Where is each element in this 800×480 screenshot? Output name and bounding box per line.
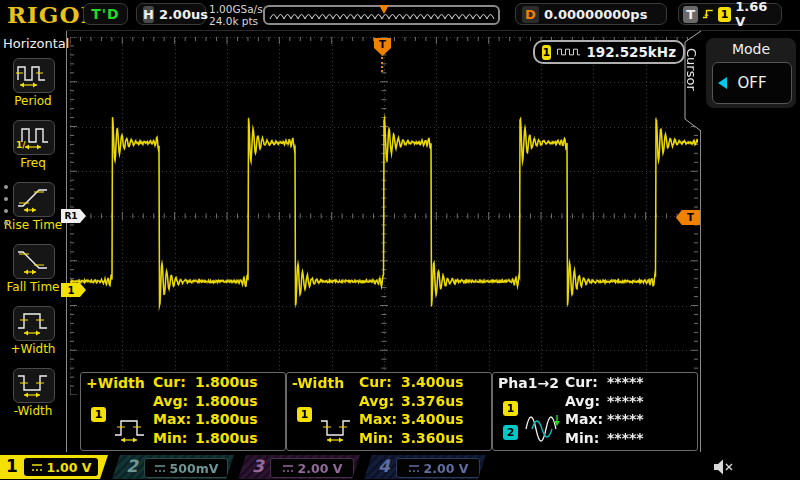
- measurement-label: +Width: [86, 375, 145, 391]
- channel-1-badge: 1: [91, 407, 106, 422]
- period-icon: [13, 58, 55, 93]
- horizontal-label: H: [143, 6, 154, 23]
- sidebar-item-label: Rise Time: [0, 218, 66, 232]
- sidebar-item-nwidth[interactable]: -Width: [0, 368, 66, 426]
- channel-3-block[interactable]: 3 2.00 V: [238, 455, 360, 479]
- measurement-label: -Width: [292, 375, 344, 391]
- measurement-label: Pha1→2: [498, 375, 559, 391]
- phase-icon: [523, 407, 563, 443]
- trigger-label: T: [683, 6, 698, 23]
- channel-status-bar: 1 1.00 V 2 500mV 3: [0, 455, 800, 480]
- menu-page-dot: [4, 185, 8, 189]
- timebase-badge[interactable]: H 2.00us: [136, 3, 206, 25]
- sidebar-item-pwidth[interactable]: +Width: [0, 306, 66, 364]
- rise-time-icon: [13, 182, 55, 217]
- memory-position-bar[interactable]: [263, 5, 500, 25]
- menu-page-dot: [4, 209, 8, 213]
- memory-depth-label: 24.0k pts: [209, 15, 263, 27]
- waveform-canvas: [70, 37, 698, 395]
- mode-off-button[interactable]: OFF: [712, 62, 792, 104]
- channel-2-scale: 500mV: [170, 461, 219, 476]
- top-status-bar: RIGOL T'D H 2.00us 1.00GSa/s 24.0k pts D…: [0, 0, 800, 31]
- channel-number: 4: [378, 456, 390, 476]
- oscilloscope-screen: RIGOL T'D H 2.00us 1.00GSa/s 24.0k pts D…: [0, 0, 800, 480]
- freq-counter-value: 192.525kHz: [586, 44, 676, 60]
- mode-title: Mode: [706, 38, 796, 57]
- channel-1-scale: 1.00 V: [47, 460, 92, 475]
- delay-value: 0.00000000ps: [544, 7, 647, 22]
- fall-time-icon: [13, 244, 55, 279]
- left-arrow-icon: [718, 77, 727, 89]
- sidebar-item-period[interactable]: Period: [0, 58, 66, 116]
- channel-number: 2: [126, 456, 138, 476]
- sidebar-divider: [66, 31, 67, 452]
- channel-number: 1: [6, 456, 18, 476]
- channel-1-badge: 1: [542, 45, 551, 60]
- svg-text:1/: 1/: [16, 140, 26, 150]
- channel-number: 3: [252, 456, 264, 476]
- pulse-positive-icon: [111, 415, 149, 445]
- channel-1-badge: 1: [503, 401, 518, 416]
- coupling-icon: [31, 463, 43, 472]
- mode-panel: Mode OFF: [706, 38, 796, 108]
- right-panel-divider: [700, 130, 701, 452]
- coupling-icon: [408, 464, 420, 473]
- acquisition-info: 1.00GSa/s 24.0k pts: [209, 3, 263, 27]
- channel-2-badge: 2: [503, 425, 518, 440]
- channel-4-scale: 2.00 V: [424, 461, 469, 476]
- trigger-status-label: T'D: [91, 6, 119, 22]
- measure-sidebar: Horizontal Period 1/: [0, 30, 66, 455]
- sidebar-item-label: Freq: [0, 156, 66, 170]
- measurement-slot-pwidth[interactable]: +Width 1 Cur:1.800us Avg:1.800us Max:1.8…: [80, 372, 286, 451]
- square-wave-icon: [557, 46, 581, 58]
- sidebar-title: Horizontal: [3, 36, 69, 51]
- coupling-icon: [154, 464, 166, 473]
- measurement-slot-nwidth[interactable]: -Width 1 Cur:3.400us Avg:3.376us Max:3.4…: [286, 372, 492, 451]
- sidebar-item-label: Fall Time: [0, 280, 66, 294]
- channel-4-block[interactable]: 4 2.00 V: [364, 455, 486, 479]
- cursor-tab[interactable]: Cursor: [684, 36, 702, 136]
- coupling-icon: [282, 464, 294, 473]
- trigger-status-badge: T'D: [83, 3, 128, 25]
- sample-rate-label: 1.00GSa/s: [209, 3, 263, 15]
- trigger-level-value: 1.66 V: [735, 0, 777, 29]
- timebase-value: 2.00us: [159, 7, 208, 22]
- delay-label: D: [522, 6, 539, 23]
- channel-2-block[interactable]: 2 500mV: [112, 455, 234, 479]
- measurement-slot-phase[interactable]: Pha1→2 1 2 Cur:***** Avg:***** Max:*****…: [492, 372, 698, 451]
- speaker-muted-icon: [712, 459, 734, 475]
- pwidth-icon: [13, 306, 55, 341]
- trigger-settings-badge[interactable]: T 1 1.66 V: [678, 3, 782, 25]
- trigger-position-line: [381, 57, 383, 72]
- channel-1-badge: 1: [297, 407, 312, 422]
- trigger-slope-icon: [702, 7, 714, 21]
- menu-page-dot: [4, 197, 8, 201]
- sidebar-item-rise-time[interactable]: Rise Time: [0, 182, 66, 240]
- channel-1-block[interactable]: 1 1.00 V: [0, 455, 108, 479]
- sidebar-item-label: +Width: [0, 342, 66, 356]
- menu-page-dot: [4, 221, 8, 225]
- nwidth-icon: [13, 368, 55, 403]
- freq-counter-badge: 1 192.525kHz: [533, 40, 685, 64]
- sidebar-item-label: Period: [0, 94, 66, 108]
- freq-icon: 1/: [13, 120, 55, 155]
- delay-badge[interactable]: D 0.00000000ps: [515, 3, 667, 25]
- pulse-negative-icon: [317, 415, 355, 445]
- sidebar-item-freq[interactable]: 1/ Freq: [0, 120, 66, 178]
- sidebar-item-fall-time[interactable]: Fall Time: [0, 244, 66, 302]
- sidebar-item-label: -Width: [0, 404, 66, 418]
- trigger-source-badge: 1: [718, 7, 731, 22]
- channel-3-scale: 2.00 V: [298, 461, 343, 476]
